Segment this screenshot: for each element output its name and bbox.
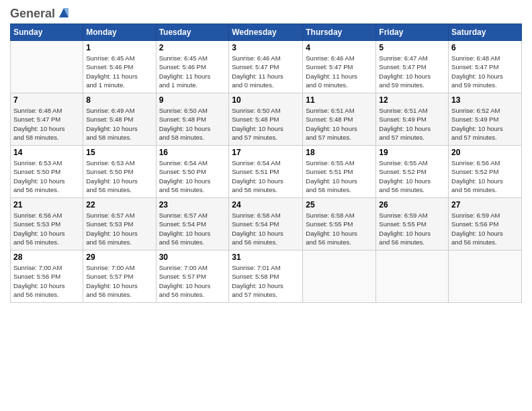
day-info: Sunrise: 6:56 AMSunset: 5:53 PMDaylight:…	[13, 211, 80, 246]
day-number: 3	[232, 43, 300, 52]
logo-icon	[56, 5, 71, 20]
day-number: 18	[306, 148, 373, 157]
day-info: Sunrise: 6:46 AMSunset: 5:47 PMDaylight:…	[306, 54, 373, 89]
day-cell: 16Sunrise: 6:54 AMSunset: 5:50 PMDayligh…	[156, 146, 229, 198]
day-cell: 28Sunrise: 7:00 AMSunset: 5:56 PMDayligh…	[11, 250, 83, 303]
day-number: 5	[379, 43, 445, 52]
calendar-container: General SundayMondayTuesdayWednesdayThur…	[0, 0, 532, 411]
day-info: Sunrise: 6:58 AMSunset: 5:54 PMDaylight:…	[232, 211, 300, 246]
day-info: Sunrise: 7:01 AMSunset: 5:58 PMDaylight:…	[232, 263, 300, 299]
day-info: Sunrise: 6:58 AMSunset: 5:55 PMDaylight:…	[306, 211, 373, 246]
week-row-4: 21Sunrise: 6:56 AMSunset: 5:53 PMDayligh…	[11, 198, 522, 250]
day-number: 29	[86, 253, 152, 262]
day-cell: 10Sunrise: 6:50 AMSunset: 5:48 PMDayligh…	[229, 93, 303, 146]
day-info: Sunrise: 6:59 AMSunset: 5:55 PMDaylight:…	[379, 211, 445, 246]
weekday-header-saturday: Saturday	[449, 24, 522, 41]
day-cell: 5Sunrise: 6:47 AMSunset: 5:47 PMDaylight…	[376, 41, 449, 93]
weekday-header-row: SundayMondayTuesdayWednesdayThursdayFrid…	[11, 24, 522, 41]
day-cell: 30Sunrise: 7:00 AMSunset: 5:57 PMDayligh…	[156, 250, 229, 303]
calendar-table: SundayMondayTuesdayWednesdayThursdayFrid…	[10, 24, 522, 303]
day-info: Sunrise: 6:57 AMSunset: 5:53 PMDaylight:…	[86, 211, 152, 246]
week-row-5: 28Sunrise: 7:00 AMSunset: 5:56 PMDayligh…	[11, 250, 522, 303]
day-number: 23	[159, 200, 226, 210]
day-cell: 13Sunrise: 6:52 AMSunset: 5:49 PMDayligh…	[449, 93, 522, 146]
day-cell	[11, 41, 83, 93]
day-cell: 7Sunrise: 6:48 AMSunset: 5:47 PMDaylight…	[11, 93, 83, 146]
day-number: 2	[159, 43, 226, 52]
day-number: 1	[86, 43, 152, 52]
day-cell: 3Sunrise: 6:46 AMSunset: 5:47 PMDaylight…	[229, 41, 303, 93]
day-cell: 9Sunrise: 6:50 AMSunset: 5:48 PMDaylight…	[156, 93, 229, 146]
day-cell: 15Sunrise: 6:53 AMSunset: 5:50 PMDayligh…	[83, 146, 156, 198]
day-cell: 31Sunrise: 7:01 AMSunset: 5:58 PMDayligh…	[229, 250, 303, 303]
day-info: Sunrise: 6:46 AMSunset: 5:47 PMDaylight:…	[232, 54, 300, 89]
day-number: 27	[451, 200, 519, 210]
day-number: 26	[379, 200, 445, 210]
day-info: Sunrise: 6:45 AMSunset: 5:46 PMDaylight:…	[159, 54, 226, 89]
day-number: 22	[86, 200, 152, 210]
day-number: 30	[159, 253, 226, 262]
day-number: 7	[13, 95, 80, 105]
day-cell: 20Sunrise: 6:56 AMSunset: 5:52 PMDayligh…	[449, 146, 522, 198]
day-cell: 27Sunrise: 6:59 AMSunset: 5:56 PMDayligh…	[449, 198, 522, 250]
week-row-1: 1Sunrise: 6:45 AMSunset: 5:46 PMDaylight…	[11, 41, 522, 93]
day-number: 15	[86, 148, 152, 157]
day-number: 28	[13, 253, 80, 262]
day-info: Sunrise: 6:59 AMSunset: 5:56 PMDaylight:…	[451, 211, 519, 246]
day-info: Sunrise: 7:00 AMSunset: 5:57 PMDaylight:…	[159, 263, 226, 299]
day-cell: 8Sunrise: 6:49 AMSunset: 5:48 PMDaylight…	[83, 93, 156, 146]
day-cell	[376, 250, 449, 303]
logo-general: General	[10, 7, 55, 21]
day-info: Sunrise: 6:54 AMSunset: 5:51 PMDaylight:…	[232, 158, 300, 194]
day-info: Sunrise: 6:48 AMSunset: 5:47 PMDaylight:…	[13, 106, 80, 142]
day-info: Sunrise: 6:55 AMSunset: 5:52 PMDaylight:…	[379, 158, 445, 194]
week-row-2: 7Sunrise: 6:48 AMSunset: 5:47 PMDaylight…	[11, 93, 522, 146]
logo: General	[10, 7, 71, 18]
day-number: 31	[232, 253, 300, 262]
day-cell: 18Sunrise: 6:55 AMSunset: 5:51 PMDayligh…	[303, 146, 376, 198]
day-number: 10	[232, 95, 300, 105]
day-info: Sunrise: 6:51 AMSunset: 5:49 PMDaylight:…	[379, 106, 445, 142]
day-info: Sunrise: 6:53 AMSunset: 5:50 PMDaylight:…	[86, 158, 152, 194]
day-cell: 17Sunrise: 6:54 AMSunset: 5:51 PMDayligh…	[229, 146, 303, 198]
header: General	[10, 7, 522, 18]
day-cell: 4Sunrise: 6:46 AMSunset: 5:47 PMDaylight…	[303, 41, 376, 93]
day-cell	[303, 250, 376, 303]
week-row-3: 14Sunrise: 6:53 AMSunset: 5:50 PMDayligh…	[11, 146, 522, 198]
weekday-header-sunday: Sunday	[11, 24, 83, 41]
day-info: Sunrise: 6:51 AMSunset: 5:48 PMDaylight:…	[306, 106, 373, 142]
day-cell: 14Sunrise: 6:53 AMSunset: 5:50 PMDayligh…	[11, 146, 83, 198]
day-info: Sunrise: 6:49 AMSunset: 5:48 PMDaylight:…	[86, 106, 152, 142]
day-cell: 25Sunrise: 6:58 AMSunset: 5:55 PMDayligh…	[303, 198, 376, 250]
weekday-header-friday: Friday	[376, 24, 449, 41]
day-number: 11	[306, 95, 373, 105]
day-number: 9	[159, 95, 226, 105]
day-cell: 22Sunrise: 6:57 AMSunset: 5:53 PMDayligh…	[83, 198, 156, 250]
day-number: 25	[306, 200, 373, 210]
day-cell: 26Sunrise: 6:59 AMSunset: 5:55 PMDayligh…	[376, 198, 449, 250]
day-cell	[449, 250, 522, 303]
day-number: 17	[232, 148, 300, 157]
day-number: 21	[13, 200, 80, 210]
day-cell: 21Sunrise: 6:56 AMSunset: 5:53 PMDayligh…	[11, 198, 83, 250]
day-number: 6	[451, 43, 519, 52]
day-info: Sunrise: 6:53 AMSunset: 5:50 PMDaylight:…	[13, 158, 80, 194]
day-info: Sunrise: 6:57 AMSunset: 5:54 PMDaylight:…	[159, 211, 226, 246]
day-info: Sunrise: 6:50 AMSunset: 5:48 PMDaylight:…	[232, 106, 300, 142]
day-number: 8	[86, 95, 152, 105]
day-info: Sunrise: 6:52 AMSunset: 5:49 PMDaylight:…	[451, 106, 519, 142]
day-info: Sunrise: 6:56 AMSunset: 5:52 PMDaylight:…	[451, 158, 519, 194]
day-cell: 11Sunrise: 6:51 AMSunset: 5:48 PMDayligh…	[303, 93, 376, 146]
day-number: 13	[451, 95, 519, 105]
day-info: Sunrise: 6:50 AMSunset: 5:48 PMDaylight:…	[159, 106, 226, 142]
day-cell: 1Sunrise: 6:45 AMSunset: 5:46 PMDaylight…	[83, 41, 156, 93]
day-number: 14	[13, 148, 80, 157]
weekday-header-wednesday: Wednesday	[229, 24, 303, 41]
weekday-header-tuesday: Tuesday	[156, 24, 229, 41]
day-info: Sunrise: 6:47 AMSunset: 5:47 PMDaylight:…	[379, 54, 445, 89]
day-number: 16	[159, 148, 226, 157]
day-info: Sunrise: 6:55 AMSunset: 5:51 PMDaylight:…	[306, 158, 373, 194]
day-cell: 24Sunrise: 6:58 AMSunset: 5:54 PMDayligh…	[229, 198, 303, 250]
day-cell: 6Sunrise: 6:48 AMSunset: 5:47 PMDaylight…	[449, 41, 522, 93]
day-info: Sunrise: 6:48 AMSunset: 5:47 PMDaylight:…	[451, 54, 519, 89]
